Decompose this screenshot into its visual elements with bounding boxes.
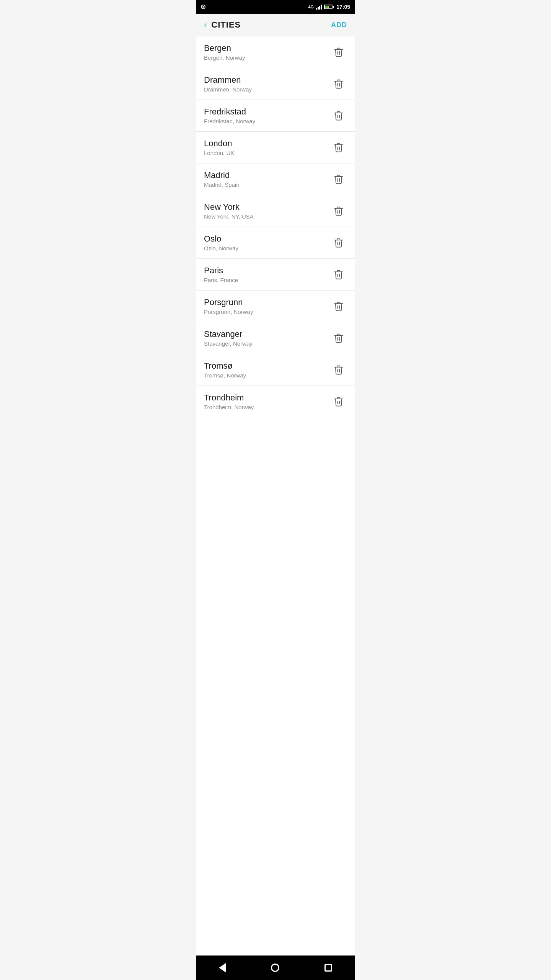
notification-dot (201, 5, 205, 9)
city-info: Stavanger Stavanger, Norway (204, 329, 253, 347)
city-list-item: Oslo Oslo, Norway (196, 227, 355, 259)
trash-icon (333, 396, 344, 407)
city-list-item: New York New York, NY, USA (196, 195, 355, 227)
trash-icon (333, 237, 344, 248)
delete-city-button[interactable] (330, 361, 347, 378)
city-list-item: Paris Paris, France (196, 259, 355, 291)
time-display: 17:05 (336, 4, 350, 10)
city-detail: New York, NY, USA (204, 213, 254, 220)
city-name: Bergen (204, 43, 245, 53)
trash-icon (333, 364, 344, 375)
header-left: ‹ CITIES (204, 20, 241, 30)
city-detail: Tromsø, Norway (204, 372, 246, 379)
city-info: London London, UK (204, 139, 234, 156)
city-list-item: Drammen Drammen, Norway (196, 68, 355, 100)
signal-icon (316, 4, 322, 10)
trash-icon (333, 174, 344, 185)
city-detail: Madrid, Spain (204, 181, 240, 188)
city-detail: Paris, France (204, 277, 238, 283)
cities-list: Bergen Bergen, Norway Drammen Drammen, N… (196, 36, 355, 956)
trash-icon (333, 78, 344, 89)
status-left (201, 5, 306, 9)
delete-city-button[interactable] (330, 298, 347, 315)
city-name: London (204, 139, 234, 149)
city-info: Fredrikstad Fredrikstad, Norway (204, 107, 255, 124)
delete-city-button[interactable] (330, 171, 347, 188)
page-title: CITIES (211, 20, 241, 30)
city-info: Tromsø Tromsø, Norway (204, 361, 246, 379)
city-name: Stavanger (204, 329, 253, 339)
city-detail: Oslo, Norway (204, 245, 238, 252)
city-name: Fredrikstad (204, 107, 255, 117)
nav-back-button[interactable] (219, 963, 226, 972)
city-detail: London, UK (204, 150, 234, 156)
delete-city-button[interactable] (330, 75, 347, 92)
city-name: Oslo (204, 234, 238, 244)
city-name: Porsgrunn (204, 297, 253, 307)
network-type: 4G (308, 5, 314, 9)
city-detail: Porsgrunn, Norway (204, 309, 253, 315)
bottom-nav (196, 956, 355, 980)
city-detail: Trondheim, Norway (204, 404, 254, 410)
trash-icon (333, 301, 344, 312)
trash-icon (333, 333, 344, 343)
delete-city-button[interactable] (330, 44, 347, 60)
delete-city-button[interactable] (330, 266, 347, 283)
delete-city-button[interactable] (330, 107, 347, 124)
trash-icon (333, 142, 344, 153)
delete-city-button[interactable] (330, 234, 347, 251)
delete-city-button[interactable] (330, 139, 347, 156)
city-list-item: London London, UK (196, 132, 355, 163)
city-list-item: Trondheim Trondheim, Norway (196, 386, 355, 417)
nav-recents-button[interactable] (324, 964, 332, 972)
trash-icon (333, 269, 344, 280)
city-list-item: Bergen Bergen, Norway (196, 36, 355, 68)
city-info: Porsgrunn Porsgrunn, Norway (204, 297, 253, 315)
city-info: New York New York, NY, USA (204, 202, 254, 220)
delete-city-button[interactable] (330, 330, 347, 346)
city-name: Drammen (204, 75, 252, 85)
city-info: Paris Paris, France (204, 266, 238, 283)
city-info: Trondheim Trondheim, Norway (204, 393, 254, 410)
back-button[interactable]: ‹ (204, 21, 207, 29)
city-name: Tromsø (204, 361, 246, 371)
recents-nav-icon (324, 964, 332, 972)
city-list-item: Fredrikstad Fredrikstad, Norway (196, 100, 355, 132)
city-info: Madrid Madrid, Spain (204, 170, 240, 188)
battery-icon: ⚡ (324, 5, 334, 9)
city-detail: Fredrikstad, Norway (204, 118, 255, 124)
delete-city-button[interactable] (330, 203, 347, 219)
city-detail: Stavanger, Norway (204, 340, 253, 347)
city-name: Madrid (204, 170, 240, 180)
city-name: Paris (204, 266, 238, 276)
city-info: Drammen Drammen, Norway (204, 75, 252, 93)
back-nav-icon (219, 963, 226, 972)
city-info: Bergen Bergen, Norway (204, 43, 245, 61)
city-detail: Drammen, Norway (204, 86, 252, 93)
city-name: New York (204, 202, 254, 212)
nav-home-button[interactable] (271, 964, 279, 972)
add-button[interactable]: ADD (331, 21, 347, 29)
city-list-item: Madrid Madrid, Spain (196, 163, 355, 195)
status-bar: 4G ⚡ 17:05 (196, 0, 355, 14)
delete-city-button[interactable] (330, 393, 347, 410)
trash-icon (333, 206, 344, 216)
city-name: Trondheim (204, 393, 254, 403)
trash-icon (333, 110, 344, 121)
city-list-item: Stavanger Stavanger, Norway (196, 322, 355, 354)
city-list-item: Porsgrunn Porsgrunn, Norway (196, 291, 355, 322)
app-header: ‹ CITIES ADD (196, 14, 355, 36)
city-detail: Bergen, Norway (204, 54, 245, 61)
city-list-item: Tromsø Tromsø, Norway (196, 354, 355, 386)
trash-icon (333, 47, 344, 57)
city-info: Oslo Oslo, Norway (204, 234, 238, 252)
status-right: 4G ⚡ 17:05 (308, 4, 350, 10)
home-nav-icon (271, 964, 279, 972)
